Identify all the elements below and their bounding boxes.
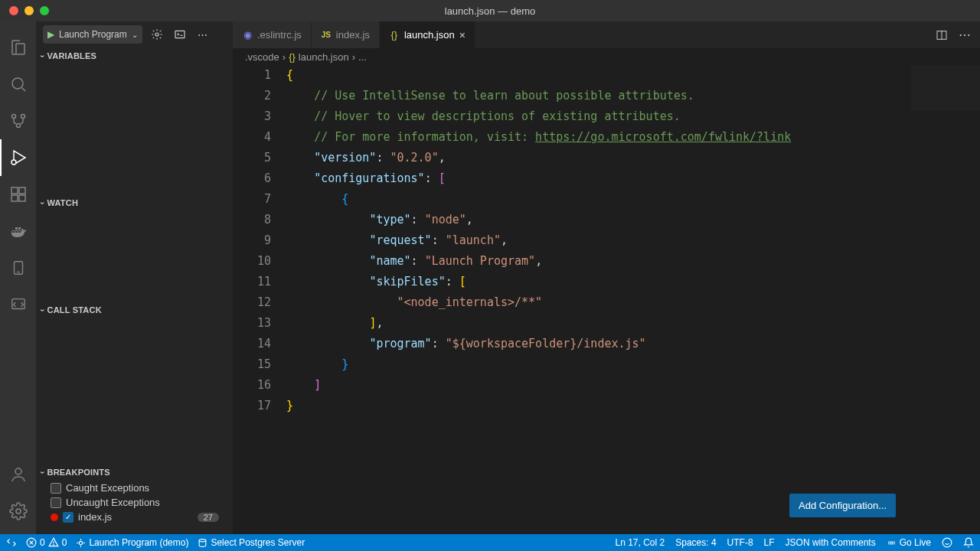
tab-label: index.js xyxy=(336,29,370,41)
section-breakpoints[interactable]: › BREAKPOINTS xyxy=(37,464,233,481)
add-configuration-button[interactable]: Add Configuration... xyxy=(789,494,896,517)
tab-index[interactable]: JS index.js xyxy=(312,21,380,48)
breakpoint-caught-exceptions[interactable]: Caught Exceptions xyxy=(37,481,233,495)
gear-icon[interactable] xyxy=(149,28,165,41)
svg-rect-7 xyxy=(19,195,25,201)
breakpoint-file-label: index.js xyxy=(78,511,112,523)
svg-rect-6 xyxy=(11,195,18,201)
source-control-icon[interactable] xyxy=(0,103,37,139)
more-icon[interactable]: ⋯ xyxy=(194,29,211,41)
svg-point-12 xyxy=(15,468,21,474)
breadcrumb[interactable]: .vscode › {} launch.json › ... xyxy=(233,48,980,65)
error-count: 0 xyxy=(40,537,45,548)
run-debug-icon[interactable] xyxy=(0,139,37,176)
code-content[interactable]: { // Use IntelliSense to learn about pos… xyxy=(286,65,980,534)
code-editor[interactable]: 1234567891011121314151617 { // Use Intel… xyxy=(233,65,980,534)
go-live-label: Go Live xyxy=(900,537,931,548)
section-watch-label: WATCH xyxy=(47,198,79,207)
extensions-icon[interactable] xyxy=(0,176,37,213)
breakpoint-label: Caught Exceptions xyxy=(66,482,149,494)
section-callstack[interactable]: › CALL STACK xyxy=(37,302,233,318)
svg-point-3 xyxy=(16,124,20,128)
svg-point-4 xyxy=(11,160,16,165)
status-postgres[interactable]: Select Postgres Server xyxy=(198,537,305,548)
section-watch[interactable]: › WATCH xyxy=(37,194,233,211)
remote-indicator[interactable] xyxy=(6,537,17,548)
breakpoint-file[interactable]: ✓ index.js 27 xyxy=(37,510,233,524)
cursor-position[interactable]: Ln 17, Col 2 xyxy=(616,537,665,548)
section-variables[interactable]: › VARIABLES xyxy=(37,47,233,64)
minimize-window-button[interactable] xyxy=(24,6,34,15)
maximize-window-button[interactable] xyxy=(40,6,49,15)
chevron-down-icon: › xyxy=(38,201,47,204)
notifications-icon[interactable] xyxy=(963,537,974,548)
svg-rect-5 xyxy=(11,187,18,194)
svg-point-24 xyxy=(200,539,207,541)
chevron-right-icon: › xyxy=(283,51,286,63)
debug-console-icon[interactable] xyxy=(172,28,188,41)
breadcrumb-segment[interactable]: launch.json xyxy=(299,51,349,63)
checkbox-icon[interactable] xyxy=(51,483,61,494)
checkbox-icon[interactable]: ✓ xyxy=(63,512,74,523)
eol[interactable]: LF xyxy=(764,537,775,548)
minimap[interactable] xyxy=(911,65,980,111)
settings-gear-icon[interactable] xyxy=(0,493,37,530)
svg-point-23 xyxy=(80,541,83,544)
search-icon[interactable] xyxy=(0,66,37,103)
chevron-down-icon: ⌄ xyxy=(132,31,138,39)
breakpoint-dot-icon xyxy=(51,514,58,521)
launch-config-label: Launch Program xyxy=(59,29,127,40)
encoding[interactable]: UTF-8 xyxy=(727,537,753,548)
svg-point-13 xyxy=(16,509,21,514)
warning-count: 0 xyxy=(62,537,67,548)
window-title: launch.json — demo xyxy=(445,5,536,17)
close-window-button[interactable] xyxy=(9,6,18,15)
json-icon: {} xyxy=(289,51,296,63)
mobile-icon[interactable] xyxy=(0,249,37,286)
indentation[interactable]: Spaces: 4 xyxy=(675,537,716,548)
breakpoint-uncaught-exceptions[interactable]: Uncaught Exceptions xyxy=(37,495,233,510)
breadcrumb-segment[interactable]: ... xyxy=(358,51,367,63)
section-breakpoints-label: BREAKPOINTS xyxy=(47,468,110,477)
explorer-icon[interactable] xyxy=(0,29,37,66)
svg-point-26 xyxy=(942,538,952,547)
status-launch-label: Launch Program (demo) xyxy=(89,537,188,548)
tab-bar: ◉ .eslintrc.js JS index.js {} launch.jso… xyxy=(233,21,980,48)
status-launch-config[interactable]: Launch Program (demo) xyxy=(76,537,188,548)
account-icon[interactable] xyxy=(0,456,37,493)
js-icon: JS xyxy=(321,30,332,41)
section-variables-label: VARIABLES xyxy=(47,51,97,60)
tab-eslintrc[interactable]: ◉ .eslintrc.js xyxy=(233,21,312,48)
docker-icon[interactable] xyxy=(0,213,37,249)
go-live[interactable]: Go Live xyxy=(887,537,931,548)
tab-launch-json[interactable]: {} launch.json × xyxy=(380,21,475,48)
svg-point-2 xyxy=(21,115,24,119)
play-icon: ▶ xyxy=(47,29,54,40)
svg-rect-15 xyxy=(175,31,185,37)
line-gutter: 1234567891011121314151617 xyxy=(233,65,286,534)
svg-point-25 xyxy=(890,541,893,543)
feedback-icon[interactable] xyxy=(942,537,952,548)
breadcrumb-segment[interactable]: .vscode xyxy=(245,51,279,63)
svg-point-0 xyxy=(12,78,23,89)
breakpoint-line-badge: 27 xyxy=(198,513,219,522)
svg-point-1 xyxy=(11,115,15,119)
chevron-right-icon: › xyxy=(352,51,355,63)
debug-sidebar: ▶ Launch Program ⌄ ⋯ › VARIABLES › WATCH xyxy=(37,21,233,534)
titlebar: launch.json — demo xyxy=(0,0,980,21)
chevron-down-icon: › xyxy=(38,471,47,474)
activity-bar xyxy=(0,21,37,534)
svg-point-22 xyxy=(53,545,54,546)
chevron-down-icon: › xyxy=(38,54,47,57)
close-icon[interactable]: × xyxy=(459,29,466,41)
more-icon[interactable]: ⋯ xyxy=(959,28,971,42)
svg-point-14 xyxy=(155,33,158,36)
language-mode[interactable]: JSON with Comments xyxy=(786,537,876,548)
tab-label: launch.json xyxy=(404,29,455,41)
remote-icon[interactable] xyxy=(0,286,37,323)
split-editor-icon[interactable] xyxy=(936,29,948,41)
launch-config-select[interactable]: ▶ Launch Program ⌄ xyxy=(43,25,142,44)
section-callstack-label: CALL STACK xyxy=(47,305,102,315)
checkbox-icon[interactable] xyxy=(51,497,61,508)
problems-indicator[interactable]: 0 0 xyxy=(26,537,67,548)
